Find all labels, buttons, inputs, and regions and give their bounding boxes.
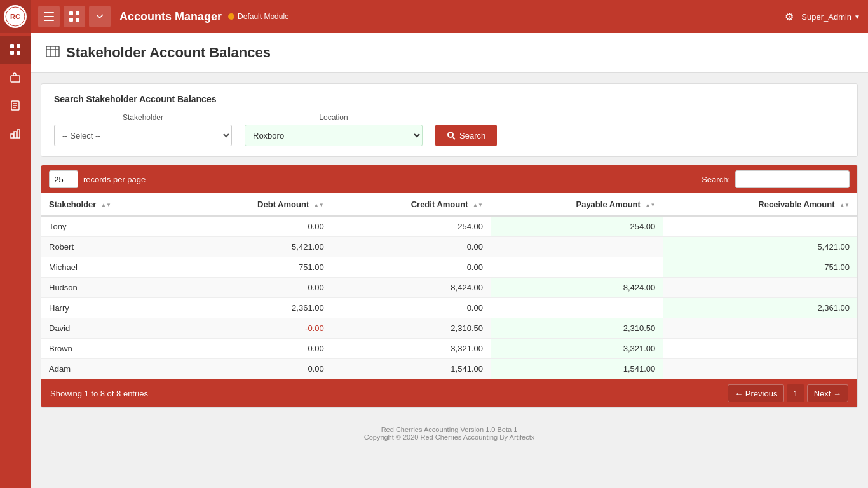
cell-payable: 254.00: [491, 216, 663, 237]
table-search-label: Search:: [702, 175, 730, 184]
sidebar-item-briefcase[interactable]: [0, 64, 31, 92]
location-select[interactable]: Roxboro: [245, 125, 423, 146]
prev-button[interactable]: ← Previous: [728, 384, 784, 402]
module-indicator: Default Module: [228, 12, 289, 21]
records-label: records per page: [83, 175, 146, 184]
sidebar-item-reports[interactable]: [0, 92, 31, 119]
cell-receivable: 751.00: [663, 257, 857, 278]
svg-rect-19: [69, 18, 73, 22]
sidebar-item-apps[interactable]: [0, 36, 31, 64]
cell-stakeholder: David: [41, 318, 182, 339]
col-receivable-label: Receivable Amount: [758, 200, 834, 209]
col-payable[interactable]: Payable Amount ▲▼: [491, 193, 663, 216]
svg-rect-3: [17, 44, 20, 48]
page-title-text: Stakeholder Account Balances: [66, 44, 271, 61]
svg-rect-16: [44, 20, 54, 21]
app-title: Accounts Manager: [119, 10, 222, 24]
stakeholder-select[interactable]: -- Select --: [54, 125, 232, 146]
next-button[interactable]: Next →: [807, 384, 848, 402]
cell-credit: 8,424.00: [332, 278, 491, 298]
col-stakeholder[interactable]: Stakeholder ▲▼: [41, 193, 182, 216]
search-button[interactable]: Search: [435, 125, 497, 146]
cell-debt: 0.00: [182, 339, 331, 359]
cell-payable: 3,321.00: [491, 339, 663, 359]
svg-rect-18: [76, 11, 79, 15]
cell-debt: 0.00: [182, 359, 331, 379]
cell-credit: 254.00: [332, 216, 491, 237]
search-button-label: Search: [459, 131, 485, 140]
svg-rect-17: [69, 11, 73, 15]
logo-circle: RC: [4, 5, 27, 28]
sort-icon-credit: ▲▼: [473, 202, 483, 208]
table-search-input[interactable]: [735, 170, 850, 188]
cell-payable: [491, 257, 663, 278]
svg-rect-21: [46, 46, 59, 57]
cell-debt: 2,361.00: [182, 298, 331, 318]
cell-debt: 0.00: [182, 216, 331, 237]
cell-payable: 1,541.00: [491, 359, 663, 379]
svg-rect-14: [44, 12, 54, 13]
cell-stakeholder: Adam: [41, 359, 182, 379]
content-area: Stakeholder Account Balances Search Stak…: [31, 33, 868, 488]
svg-text:RC: RC: [10, 13, 20, 20]
cell-debt: 5,421.00: [182, 237, 331, 257]
cell-credit: 2,310.50: [332, 318, 491, 339]
cell-stakeholder: Harry: [41, 298, 182, 318]
table-toolbar: 25 records per page Search:: [41, 165, 857, 193]
footer-line1: Red Cherries Accounting Version 1.0 Beta…: [38, 426, 860, 433]
sidebar: RC: [0, 0, 31, 488]
col-credit[interactable]: Credit Amount ▲▼: [332, 193, 491, 216]
logo[interactable]: RC: [0, 0, 31, 33]
showing-text: Showing 1 to 8 of 8 entries: [50, 389, 148, 398]
cell-stakeholder: Hudson: [41, 278, 182, 298]
table-panel: 25 records per page Search: Stakeholder …: [41, 165, 858, 408]
pagination-buttons: ← Previous 1 Next →: [728, 384, 848, 402]
cell-credit: 0.00: [332, 257, 491, 278]
page-1-button[interactable]: 1: [787, 384, 804, 402]
svg-rect-11: [11, 134, 13, 138]
page-header: Stakeholder Account Balances: [31, 33, 868, 73]
cell-debt: 751.00: [182, 257, 331, 278]
table-row: Tony0.00254.00254.00: [41, 216, 857, 237]
svg-line-26: [453, 137, 455, 139]
svg-rect-2: [10, 44, 14, 48]
svg-point-25: [448, 132, 453, 137]
col-stakeholder-label: Stakeholder: [49, 200, 96, 209]
sort-icon-receivable: ▲▼: [839, 202, 850, 208]
col-payable-label: Payable Amount: [576, 200, 640, 209]
cell-credit: 1,541.00: [332, 359, 491, 379]
search-form: Stakeholder -- Select -- Location Roxbor…: [54, 113, 844, 146]
user-menu[interactable]: Super_Admin: [801, 12, 851, 22]
main-area: Accounts Manager Default Module ⚙ Super_…: [31, 0, 868, 488]
table-row: Harry2,361.000.002,361.00: [41, 298, 857, 318]
cell-stakeholder: Robert: [41, 237, 182, 257]
location-group: Location Roxboro: [245, 113, 423, 146]
table-row: Michael751.000.00751.00: [41, 257, 857, 278]
table-row: Adam0.001,541.001,541.00: [41, 359, 857, 379]
col-debt[interactable]: Debt Amount ▲▼: [182, 193, 331, 216]
settings-icon[interactable]: ⚙: [785, 11, 794, 23]
cell-debt: 0.00: [182, 278, 331, 298]
footer-line2: Copyright © 2020 Red Cherries Accounting…: [38, 433, 860, 441]
topnav: Accounts Manager Default Module ⚙ Super_…: [31, 0, 868, 33]
col-receivable[interactable]: Receivable Amount ▲▼: [663, 193, 857, 216]
table-row: Hudson0.008,424.008,424.00: [41, 278, 857, 298]
svg-rect-12: [14, 132, 17, 138]
cell-debt: -0.00: [182, 318, 331, 339]
grid-button[interactable]: [64, 6, 85, 27]
cell-stakeholder: Tony: [41, 216, 182, 237]
table-row: Robert5,421.000.005,421.00: [41, 237, 857, 257]
user-dropdown-icon[interactable]: ▼: [854, 13, 860, 20]
dropdown-button[interactable]: [89, 6, 111, 27]
svg-rect-6: [11, 76, 20, 82]
hamburger-button[interactable]: [38, 6, 60, 27]
cell-credit: 3,321.00: [332, 339, 491, 359]
page-title-container: Stakeholder Account Balances: [46, 44, 853, 61]
records-per-page-input[interactable]: 25: [49, 170, 78, 188]
cell-receivable: 2,361.00: [663, 298, 857, 318]
sidebar-item-charts[interactable]: [0, 119, 31, 147]
search-panel-title: Search Stakeholder Account Balances: [54, 94, 844, 104]
svg-rect-13: [17, 130, 20, 138]
svg-rect-5: [17, 51, 20, 55]
stakeholder-label: Stakeholder: [54, 113, 232, 122]
